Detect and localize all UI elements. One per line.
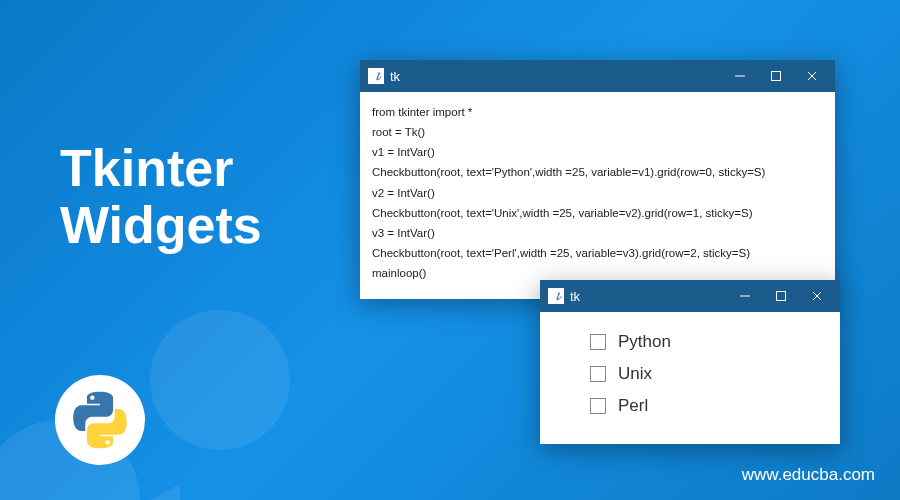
background-gears-decoration bbox=[0, 220, 340, 500]
checkbox-item-perl[interactable]: Perl bbox=[590, 390, 820, 422]
window-controls bbox=[736, 287, 832, 305]
headline-line-2: Widgets bbox=[60, 197, 262, 254]
checkbox-label: Perl bbox=[618, 396, 648, 416]
checkbox-label: Python bbox=[618, 332, 671, 352]
code-content: from tkinter import * root = Tk() v1 = I… bbox=[360, 92, 835, 299]
checkbox-label: Unix bbox=[618, 364, 652, 384]
python-logo-badge bbox=[55, 375, 145, 465]
checkbox-item-python[interactable]: Python bbox=[590, 326, 820, 358]
checkbox-icon[interactable] bbox=[590, 334, 606, 350]
svg-rect-3 bbox=[772, 72, 781, 81]
close-button[interactable] bbox=[808, 287, 826, 305]
output-window: 𝓵 tk Python Unix Perl bbox=[540, 280, 840, 444]
window-title: tk bbox=[390, 69, 731, 84]
checkbox-icon[interactable] bbox=[590, 366, 606, 382]
svg-point-1 bbox=[150, 310, 290, 450]
checkbox-list: Python Unix Perl bbox=[540, 312, 840, 444]
headline-line-1: Tkinter bbox=[60, 140, 262, 197]
code-window: 𝓵 tk from tkinter import * root = Tk() v… bbox=[360, 60, 835, 299]
maximize-button[interactable] bbox=[767, 67, 785, 85]
checkbox-item-unix[interactable]: Unix bbox=[590, 358, 820, 390]
maximize-button[interactable] bbox=[772, 287, 790, 305]
titlebar: 𝓵 tk bbox=[540, 280, 840, 312]
minimize-button[interactable] bbox=[731, 67, 749, 85]
page-title: Tkinter Widgets bbox=[60, 140, 262, 254]
minimize-button[interactable] bbox=[736, 287, 754, 305]
window-title: tk bbox=[570, 289, 736, 304]
feather-icon: 𝓵 bbox=[368, 68, 384, 84]
checkbox-icon[interactable] bbox=[590, 398, 606, 414]
titlebar: 𝓵 tk bbox=[360, 60, 835, 92]
python-logo-icon bbox=[70, 390, 130, 450]
close-button[interactable] bbox=[803, 67, 821, 85]
feather-icon: 𝓵 bbox=[548, 288, 564, 304]
svg-rect-7 bbox=[777, 292, 786, 301]
window-controls bbox=[731, 67, 827, 85]
watermark-url: www.educba.com bbox=[742, 465, 875, 485]
